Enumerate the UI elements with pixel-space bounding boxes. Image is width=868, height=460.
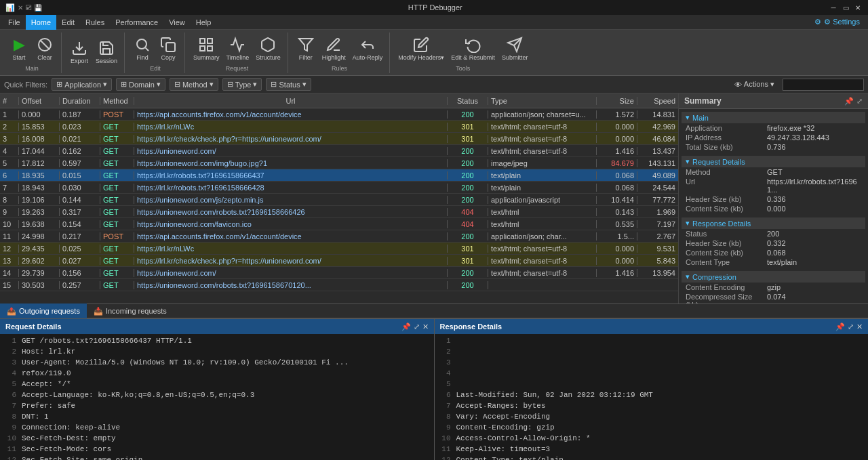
menu-performance[interactable]: Performance <box>110 15 163 30</box>
table-row[interactable]: 12 29.435 0.025 GET https://lrl.kr/nLWc … <box>0 243 678 255</box>
cell-speed: 14.831 <box>637 110 678 119</box>
search-input[interactable] <box>783 79 864 91</box>
copy-button[interactable]: Copy <box>156 34 180 62</box>
table-body[interactable]: 1 0.000 0.187 POST https://api.accounts.… <box>0 108 678 304</box>
export-button[interactable]: Export <box>67 37 92 66</box>
cell-method: GET <box>100 171 134 180</box>
find-button[interactable]: Find <box>130 34 155 62</box>
highlight-button[interactable]: Highlight <box>319 34 349 62</box>
response-expand-btn[interactable]: ⤢ <box>848 322 854 331</box>
toolbar-row-session: Export Session <box>67 37 120 66</box>
line-number: 11 <box>437 444 451 455</box>
table-row[interactable]: 5 17.812 0.597 GET https://unioneword.co… <box>0 157 678 169</box>
summary-button[interactable]: Summary <box>191 34 222 62</box>
tab-incoming[interactable]: 📥 Incoming requests <box>87 304 174 318</box>
response-line: 8Vary: Accept-Encoding <box>437 411 866 422</box>
menu-view[interactable]: View <box>163 15 191 30</box>
table-row[interactable]: 13 29.602 0.027 GET https://lrl.kr/check… <box>0 255 678 267</box>
cell-num: 8 <box>0 196 19 204</box>
table-row[interactable]: 4 17.044 0.162 GET https://unioneword.co… <box>0 145 678 157</box>
cell-url: https://lrl.kr/robots.txt?1696158666428 <box>134 184 448 192</box>
filter-method[interactable]: ⊟ Method ▾ <box>170 78 218 91</box>
request-group-label: Request <box>226 65 249 72</box>
maximize-button[interactable]: ▭ <box>841 3 850 12</box>
cell-offset: 16.008 <box>19 135 60 143</box>
expand-icon[interactable]: ⤢ <box>856 97 863 106</box>
table-row[interactable]: 14 29.739 0.156 GET https://unioneword.c… <box>0 267 678 279</box>
filter-status[interactable]: ⊟ Status ▾ <box>266 78 311 91</box>
filter-app-label: Application <box>64 81 101 89</box>
modify-headers-button[interactable]: Modify Headers▾ <box>395 34 447 62</box>
submitter-icon <box>505 35 524 54</box>
table-row[interactable]: 2 15.853 0.023 GET https://lrl.kr/nLWc 3… <box>0 121 678 133</box>
request-line: 5Accept: */* <box>3 379 431 390</box>
filter-application[interactable]: ⊞ Application ▾ <box>52 78 112 91</box>
summary-section-title[interactable]: ▾ Request Details <box>682 156 865 167</box>
cell-size: 0.000 <box>597 257 637 265</box>
filter-button[interactable]: Filter <box>294 34 318 62</box>
close-button[interactable]: ✕ <box>853 3 863 12</box>
table-row[interactable]: 15 30.503 0.257 GET https://unioneword.c… <box>0 279 678 291</box>
menu-edit[interactable]: Edit <box>56 15 80 30</box>
request-line: 7Prefer: safe <box>3 400 431 411</box>
table-row[interactable]: 7 18.943 0.030 GET https://lrl.kr/robots… <box>0 182 678 194</box>
settings-button[interactable]: ⚙ ⚙ Settings <box>809 15 865 29</box>
auto-reply-button[interactable]: Auto-Reply <box>350 34 386 62</box>
request-expand-btn[interactable]: ⤢ <box>414 322 420 331</box>
title-bar: 📊 ✕ 🗹 💾 HTTP Debugger ─ ▭ ✕ <box>0 0 868 15</box>
toolbar-row-rules: Filter Highlight Auto-Reply <box>294 34 386 62</box>
line-content: Accept: */* <box>22 380 71 388</box>
summary-section-title[interactable]: ▾ Compression <box>682 271 865 283</box>
summary-val: GET <box>767 168 783 176</box>
actions-button[interactable]: 👁 Actions ▾ <box>730 79 778 90</box>
filter-app-arrow: ▾ <box>103 80 107 89</box>
request-details-title: Request Details <box>5 322 62 331</box>
svg-rect-5 <box>166 43 175 51</box>
cell-status: 301 <box>448 245 488 253</box>
table-row[interactable]: 1 0.000 0.187 POST https://api.accounts.… <box>0 108 678 121</box>
table-row[interactable]: 11 24.998 0.217 POST https://api.account… <box>0 230 678 243</box>
cell-size: 1.5... <box>597 232 637 241</box>
edit-resubmit-button[interactable]: Edit & Resubmit <box>448 34 498 62</box>
minimize-button[interactable]: ─ <box>829 3 838 12</box>
cell-size: 0.143 <box>597 208 637 216</box>
request-close-btn[interactable]: ✕ <box>422 322 429 331</box>
cell-duration: 0.317 <box>60 208 100 216</box>
menu-file[interactable]: File <box>3 15 26 30</box>
request-pin-btn[interactable]: 📌 <box>401 322 411 331</box>
filter-domain-arrow: ▾ <box>157 80 161 89</box>
tab-outgoing[interactable]: 📤 Outgoing requests <box>0 304 87 318</box>
cell-num: 12 <box>0 245 19 253</box>
summary-section-title[interactable]: ▾ Main <box>682 112 865 123</box>
clear-button[interactable]: Clear <box>33 34 57 62</box>
table-row[interactable]: 6 18.935 0.015 GET https://lrl.kr/robots… <box>0 169 678 182</box>
col-header-speed: Speed <box>637 97 678 105</box>
filter-type[interactable]: ⊟ Type ▾ <box>222 78 262 91</box>
pin-icon[interactable]: 📌 <box>844 97 854 106</box>
timeline-label: Timeline <box>226 54 250 61</box>
submitter-button[interactable]: Submitter <box>499 34 531 62</box>
filter-domain[interactable]: ⊞ Domain ▾ <box>116 78 165 91</box>
response-pin-btn[interactable]: 📌 <box>835 322 845 331</box>
table-row[interactable]: 8 19.106 0.144 GET https://unioneword.co… <box>0 194 678 206</box>
cell-offset: 29.435 <box>19 245 60 253</box>
request-line: 8DNT: 1 <box>3 411 431 422</box>
summary-section-title[interactable]: ▾ Response Details <box>682 217 865 229</box>
cell-type: application/json; charset=u... <box>488 110 597 119</box>
cell-duration: 0.015 <box>60 171 100 180</box>
toolbar-group-tools: Modify Headers▾ Edit & Resubmit Submitte… <box>391 33 534 73</box>
structure-button[interactable]: Structure <box>253 34 283 62</box>
session-button[interactable]: Session <box>93 37 120 66</box>
timeline-button[interactable]: Timeline <box>224 34 252 62</box>
summary-row: Content Encodinggzip <box>682 283 865 292</box>
start-button[interactable]: ▶ Start <box>7 34 31 62</box>
menu-rules[interactable]: Rules <box>80 15 110 30</box>
menu-home[interactable]: Home <box>26 15 56 30</box>
table-row[interactable]: 3 16.008 0.021 GET https://lrl.kr/check/… <box>0 133 678 145</box>
cell-speed: 1.969 <box>637 208 678 216</box>
response-close-btn[interactable]: ✕ <box>856 322 863 331</box>
table-row[interactable]: 10 19.638 0.154 GET https://unioneword.c… <box>0 218 678 230</box>
table-row[interactable]: 9 19.263 0.317 GET https://unioneword.co… <box>0 206 678 218</box>
menu-help[interactable]: Help <box>191 15 217 30</box>
summary-section: ▾ MainApplicationfirefox.exe *32IP Addre… <box>682 112 865 152</box>
